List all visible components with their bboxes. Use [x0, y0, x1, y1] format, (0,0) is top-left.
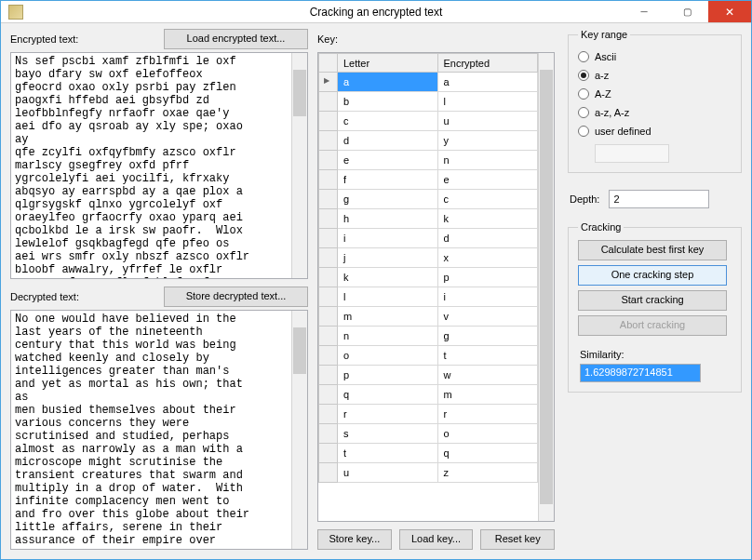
scrollbar[interactable]: [538, 53, 554, 521]
table-row[interactable]: fe: [319, 170, 538, 190]
row-header[interactable]: [319, 92, 338, 112]
table-row[interactable]: cu: [319, 112, 538, 131]
row-header[interactable]: [319, 73, 338, 92]
cell-letter[interactable]: s: [338, 424, 438, 444]
key-grid[interactable]: Letter Encrypted aablcudyenfegchkidjxkpl…: [317, 52, 555, 522]
cell-letter[interactable]: u: [338, 463, 438, 483]
load-encrypted-button[interactable]: Load encrypted text...: [164, 29, 308, 49]
row-header[interactable]: [319, 170, 338, 190]
row-header[interactable]: [319, 346, 338, 366]
radio-option[interactable]: a-z, A-z: [578, 103, 732, 122]
table-row[interactable]: ot: [319, 346, 538, 366]
radio-icon[interactable]: [578, 107, 589, 118]
start-cracking-button[interactable]: Start cracking: [578, 290, 727, 311]
cell-encrypted[interactable]: e: [437, 170, 538, 190]
table-row[interactable]: qm: [319, 385, 538, 405]
cell-encrypted[interactable]: m: [437, 385, 538, 405]
decrypted-textarea[interactable]: No one would have believed in the last y…: [10, 310, 308, 550]
cell-letter[interactable]: l: [338, 287, 438, 307]
cell-encrypted[interactable]: d: [437, 229, 538, 248]
row-header[interactable]: [319, 424, 338, 444]
scrollbar[interactable]: [291, 311, 307, 549]
table-row[interactable]: rr: [319, 405, 538, 424]
table-row[interactable]: ng: [319, 327, 538, 346]
row-header[interactable]: [319, 248, 338, 268]
table-row[interactable]: id: [319, 229, 538, 248]
cell-encrypted[interactable]: q: [437, 444, 538, 463]
radio-icon[interactable]: [578, 70, 589, 81]
row-header[interactable]: [319, 209, 338, 229]
cell-letter[interactable]: q: [338, 385, 438, 405]
cell-letter[interactable]: d: [338, 131, 438, 151]
row-header[interactable]: [319, 385, 338, 405]
cell-letter[interactable]: c: [338, 112, 438, 131]
table-row[interactable]: aa: [319, 73, 538, 92]
row-header[interactable]: [319, 151, 338, 170]
encrypted-textarea[interactable]: Ns sef pscbi xamf zfblfmfi le oxf bayo d…: [10, 52, 308, 279]
row-header[interactable]: [319, 366, 338, 385]
cell-letter[interactable]: p: [338, 366, 438, 385]
store-decrypted-button[interactable]: Store decrypted text...: [164, 287, 308, 307]
cell-encrypted[interactable]: r: [437, 405, 538, 424]
scrollbar[interactable]: [291, 53, 307, 278]
cell-letter[interactable]: h: [338, 209, 438, 229]
cell-encrypted[interactable]: c: [437, 190, 538, 209]
row-header[interactable]: [319, 229, 338, 248]
cell-encrypted[interactable]: k: [437, 209, 538, 229]
cell-encrypted[interactable]: a: [437, 73, 538, 92]
cell-encrypted[interactable]: x: [437, 248, 538, 268]
radio-option[interactable]: user defined: [578, 122, 732, 140]
radio-icon[interactable]: [578, 88, 589, 100]
cell-letter[interactable]: o: [338, 346, 438, 366]
table-row[interactable]: mv: [319, 307, 538, 327]
table-row[interactable]: bl: [319, 92, 538, 112]
cell-letter[interactable]: i: [338, 229, 438, 248]
store-key-button[interactable]: Store key...: [317, 529, 392, 550]
cell-encrypted[interactable]: p: [437, 268, 538, 287]
cell-encrypted[interactable]: g: [437, 327, 538, 346]
table-row[interactable]: kp: [319, 268, 538, 287]
maximize-button[interactable]: ▢: [665, 1, 708, 22]
table-row[interactable]: uz: [319, 463, 538, 483]
cell-encrypted[interactable]: v: [437, 307, 538, 327]
table-row[interactable]: hk: [319, 209, 538, 229]
col-header-encrypted[interactable]: Encrypted: [437, 54, 538, 73]
cell-letter[interactable]: b: [338, 92, 438, 112]
cell-letter[interactable]: e: [338, 151, 438, 170]
radio-icon[interactable]: [578, 126, 589, 137]
table-row[interactable]: gc: [319, 190, 538, 209]
similarity-value[interactable]: 1.62989872714851: [580, 364, 701, 382]
cell-letter[interactable]: j: [338, 248, 438, 268]
minimize-button[interactable]: ─: [623, 1, 665, 22]
close-button[interactable]: ✕: [708, 1, 751, 22]
cell-letter[interactable]: f: [338, 170, 438, 190]
radio-icon[interactable]: [578, 51, 589, 62]
cell-encrypted[interactable]: l: [437, 92, 538, 112]
row-header[interactable]: [319, 327, 338, 346]
cell-letter[interactable]: n: [338, 327, 438, 346]
row-header[interactable]: [319, 463, 338, 483]
row-header[interactable]: [319, 112, 338, 131]
cell-letter[interactable]: t: [338, 444, 438, 463]
cell-encrypted[interactable]: z: [437, 463, 538, 483]
row-header[interactable]: [319, 307, 338, 327]
cell-encrypted[interactable]: i: [437, 287, 538, 307]
cell-letter[interactable]: m: [338, 307, 438, 327]
one-cracking-step-button[interactable]: One cracking step: [578, 265, 727, 286]
cell-letter[interactable]: k: [338, 268, 438, 287]
load-key-button[interactable]: Load key...: [399, 529, 474, 550]
cell-encrypted[interactable]: o: [437, 424, 538, 444]
cell-encrypted[interactable]: t: [437, 346, 538, 366]
calc-best-key-button[interactable]: Calculate best first key: [578, 240, 727, 260]
reset-key-button[interactable]: Reset key: [480, 529, 555, 550]
cell-letter[interactable]: a: [338, 73, 438, 92]
cell-encrypted[interactable]: y: [437, 131, 538, 151]
table-row[interactable]: so: [319, 424, 538, 444]
radio-option[interactable]: Ascii: [578, 47, 732, 66]
table-row[interactable]: dy: [319, 131, 538, 151]
cell-encrypted[interactable]: n: [437, 151, 538, 170]
row-header[interactable]: [319, 131, 338, 151]
cell-encrypted[interactable]: w: [437, 366, 538, 385]
radio-option[interactable]: A-Z: [578, 85, 732, 103]
cell-letter[interactable]: r: [338, 405, 438, 424]
